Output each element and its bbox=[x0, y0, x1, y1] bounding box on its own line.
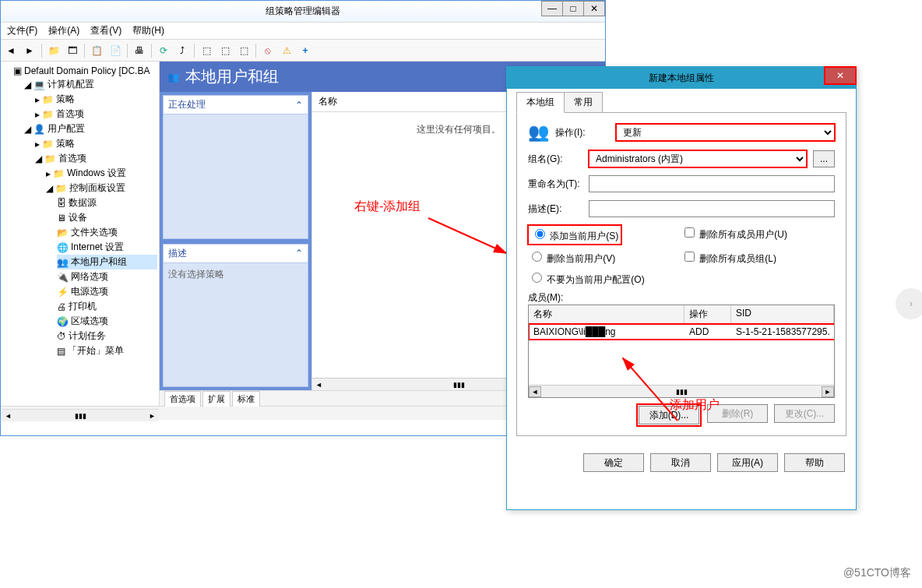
tab-ext[interactable]: 扩展 bbox=[202, 391, 230, 407]
collapse-icon[interactable]: ⌃ bbox=[295, 248, 303, 259]
label-groupname: 组名(G): bbox=[528, 153, 582, 166]
members-hscroll[interactable]: ◄▮▮▮► bbox=[529, 385, 834, 397]
member-action: ADD bbox=[689, 326, 736, 337]
tree-printers[interactable]: 🖨打印机 bbox=[57, 299, 157, 314]
refresh-icon[interactable]: ⟳ bbox=[157, 44, 171, 58]
tool3-icon[interactable]: ⬚ bbox=[237, 44, 251, 58]
tree-prefs2[interactable]: ◢📁首选项 bbox=[35, 151, 157, 166]
maximize-button[interactable]: □ bbox=[562, 1, 584, 16]
tab-prefs[interactable]: 首选项 bbox=[164, 391, 201, 407]
browse-button[interactable]: ... bbox=[813, 150, 835, 167]
tree-user-config[interactable]: ◢👤用户配置 bbox=[24, 121, 157, 136]
toolbar: ◄ ► 📁 🗔 📋 📄 🖶 ⟳ ⤴ ⬚ ⬚ ⬚ ⦸ ⚠ + bbox=[1, 40, 605, 62]
stop-icon[interactable]: ⦸ bbox=[261, 44, 275, 58]
label-rename: 重命名为(T): bbox=[528, 178, 582, 191]
export-icon[interactable]: ⤴ bbox=[175, 44, 189, 58]
tree-region[interactable]: 🌍区域选项 bbox=[57, 314, 157, 329]
description-input[interactable] bbox=[589, 200, 835, 217]
menu-help[interactable]: 帮助(H) bbox=[132, 24, 164, 37]
chk-remove-all-users[interactable]: 删除所有成员用户(U) bbox=[681, 229, 787, 240]
menu-action[interactable]: 操作(A) bbox=[48, 24, 79, 37]
ok-button[interactable]: 确定 bbox=[583, 453, 644, 472]
info-panel: 正在处理⌃ 描述⌃ 没有选择策略 bbox=[160, 92, 311, 390]
users-icon: 👥 bbox=[528, 122, 549, 143]
tree-folderopts[interactable]: 📂文件夹选项 bbox=[57, 225, 157, 240]
tree-policies2[interactable]: ▸📁策略 bbox=[35, 136, 157, 151]
tree-power[interactable]: ⚡电源选项 bbox=[57, 284, 157, 299]
radio-add-current-user[interactable]: 添加当前用户(S) bbox=[528, 225, 621, 245]
new-local-group-dialog: 新建本地组属性 ✕ 本地组 常用 👥 操作(I): 更新 组名(G): Admi… bbox=[506, 66, 857, 510]
users-groups-icon: 👥 bbox=[167, 72, 179, 83]
members-col-action[interactable]: 操作 bbox=[684, 305, 731, 323]
label-description: 描述(E): bbox=[528, 202, 582, 216]
member-name: BAIXIONG\li███ng bbox=[533, 326, 689, 337]
tree-root[interactable]: ▣Default Domain Policy [DC.BA bbox=[13, 65, 157, 77]
chk-remove-all-groups[interactable]: 删除所有成员组(L) bbox=[681, 253, 776, 264]
dialog-close-button[interactable]: ✕ bbox=[825, 67, 856, 84]
tree-hscroll[interactable]: ◄▮▮▮► bbox=[2, 409, 159, 421]
tree-startmenu[interactable]: ▤「开始」菜单 bbox=[57, 343, 157, 358]
menubar: 文件(F) 操作(A) 查看(V) 帮助(H) bbox=[1, 23, 605, 40]
print-icon[interactable]: 🖶 bbox=[132, 44, 146, 58]
description-card: 描述⌃ 没有选择策略 bbox=[163, 244, 308, 388]
processing-card: 正在处理⌃ bbox=[163, 95, 308, 239]
tree-network[interactable]: 🔌网络选项 bbox=[57, 269, 157, 284]
help-button[interactable]: 帮助 bbox=[784, 453, 845, 472]
tab-std[interactable]: 标准 bbox=[232, 391, 260, 407]
members-col-sid[interactable]: SID bbox=[731, 305, 834, 323]
apply-button[interactable]: 应用(A) bbox=[717, 453, 778, 472]
label-action: 操作(I): bbox=[555, 126, 610, 139]
label-members: 成员(M): bbox=[528, 291, 835, 305]
warn-icon[interactable]: ⚠ bbox=[280, 44, 294, 58]
remove-member-button[interactable]: 删除(R) bbox=[707, 404, 768, 423]
copy-icon[interactable]: 📋 bbox=[90, 44, 104, 58]
tree-prefs[interactable]: ▸📁首选项 bbox=[35, 107, 157, 121]
menu-file[interactable]: 文件(F) bbox=[7, 24, 37, 37]
back-icon[interactable]: ◄ bbox=[4, 44, 18, 58]
radio-del-current-user[interactable]: 删除当前用户(V) bbox=[528, 253, 615, 264]
radio-no-config[interactable]: 不要为当前用户配置(O) bbox=[528, 274, 645, 285]
dialog-title-text: 新建本地组属性 bbox=[649, 72, 714, 85]
groupname-select[interactable]: Administrators (内置) bbox=[589, 150, 807, 167]
dialog-footer: 确定 取消 应用(A) 帮助 bbox=[507, 445, 856, 480]
paste-icon[interactable]: 📄 bbox=[108, 44, 122, 58]
tab-common[interactable]: 常用 bbox=[564, 92, 603, 113]
members-listview[interactable]: 名称 操作 SID BAIXIONG\li███ng ADD S-1-5-21-… bbox=[528, 305, 835, 398]
member-row[interactable]: BAIXIONG\li███ng ADD S-1-5-21-1583577295… bbox=[529, 324, 835, 340]
minimize-button[interactable]: — bbox=[541, 1, 563, 16]
members-col-name[interactable]: 名称 bbox=[529, 305, 684, 323]
rename-input[interactable] bbox=[589, 175, 835, 192]
processing-title: 正在处理 bbox=[168, 98, 206, 111]
details-icon[interactable]: 🗔 bbox=[65, 44, 79, 58]
tree-policies[interactable]: ▸📁策略 bbox=[35, 92, 157, 107]
change-member-button[interactable]: 更改(C)... bbox=[774, 404, 835, 423]
page-scroll-indicator[interactable]: › bbox=[896, 288, 922, 319]
watermark: @51CTO博客 bbox=[843, 566, 911, 580]
add-member-button[interactable]: 添加(D)... bbox=[639, 406, 699, 424]
dialog-titlebar: 新建本地组属性 ✕ bbox=[507, 67, 856, 89]
tree-local-users-groups[interactable]: 👥本地用户和组 bbox=[57, 255, 157, 269]
tool2-icon[interactable]: ⬚ bbox=[218, 44, 232, 58]
tree-panel[interactable]: ▣Default Domain Policy [DC.BA ◢💻计算机配置 ▸📁… bbox=[1, 62, 160, 406]
cancel-button[interactable]: 取消 bbox=[650, 453, 711, 472]
col-name[interactable]: 名称 bbox=[312, 92, 527, 111]
menu-view[interactable]: 查看(V) bbox=[90, 24, 121, 37]
collapse-icon[interactable]: ⌃ bbox=[295, 100, 303, 111]
tree-controlpanel[interactable]: ◢📁控制面板设置 bbox=[46, 181, 157, 195]
tree-windows-settings[interactable]: ▸📁Windows 设置 bbox=[46, 166, 157, 181]
tool1-icon[interactable]: ⬚ bbox=[199, 44, 213, 58]
add-icon[interactable]: + bbox=[298, 44, 312, 58]
close-button[interactable]: ✕ bbox=[583, 1, 605, 16]
tree-datasources[interactable]: 🗄数据源 bbox=[57, 195, 157, 210]
tree-devices[interactable]: 🖥设备 bbox=[57, 210, 157, 225]
dialog-tabs: 本地组 常用 bbox=[516, 92, 846, 113]
tree-schedtasks[interactable]: ⏱计划任务 bbox=[57, 329, 157, 343]
tree-computer-config[interactable]: ◢💻计算机配置 bbox=[24, 77, 157, 92]
tree-internet[interactable]: 🌐Internet 设置 bbox=[57, 240, 157, 255]
folder-icon[interactable]: 📁 bbox=[47, 44, 61, 58]
action-select[interactable]: 更新 bbox=[616, 124, 835, 141]
window-controls: — □ ✕ bbox=[542, 1, 605, 16]
tab-localgroup[interactable]: 本地组 bbox=[516, 92, 565, 113]
forward-icon[interactable]: ► bbox=[23, 44, 37, 58]
window-title: 组策略管理编辑器 bbox=[266, 5, 340, 18]
